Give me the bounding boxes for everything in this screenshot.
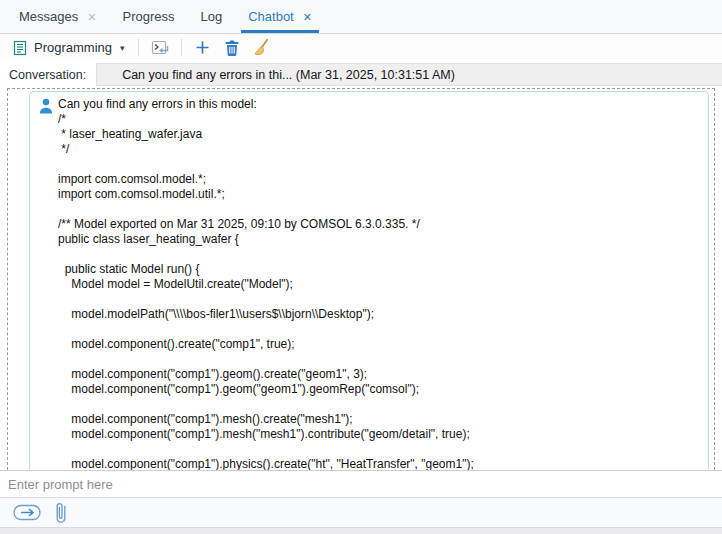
tab-label: Log: [201, 9, 223, 24]
chevron-down-icon: ▾: [120, 43, 125, 53]
code-line: [58, 292, 708, 307]
code-line: import com.comsol.model.util.*;: [58, 187, 708, 202]
user-message: Can you find any errors in this model:/*…: [29, 91, 709, 470]
conversation-selected-value: Can you find any errors in thi... (Mar 3…: [122, 68, 455, 82]
broom-icon: [253, 39, 269, 56]
prompt-row: [0, 470, 722, 497]
code-line: model.component("comp1").mesh("mesh1").c…: [58, 427, 708, 442]
code-line: [58, 397, 708, 412]
code-line: */: [58, 142, 708, 157]
prompt-actions: [0, 497, 722, 527]
code-line: import com.comsol.model.*;: [58, 172, 708, 187]
conversation-row: Conversation: Can you find any errors in…: [0, 61, 722, 88]
insert-to-editor-button[interactable]: [149, 37, 171, 59]
tab-label: Chatbot: [248, 9, 294, 24]
code-line: public class laser_heating_wafer {: [58, 232, 708, 247]
attach-file-button[interactable]: [54, 501, 68, 525]
close-icon[interactable]: ✕: [87, 12, 96, 23]
clear-conversation-button[interactable]: [250, 37, 272, 59]
trash-icon: [225, 40, 239, 56]
toolbar-separator: [181, 39, 182, 56]
code-line: model.component().create("comp1", true);: [58, 337, 708, 352]
chat-history-panel: Can you find any errors in this model:/*…: [7, 88, 715, 470]
code-line: Model model = ModelUtil.create("Model");: [58, 277, 708, 292]
code-line: [58, 157, 708, 172]
code-line: [58, 322, 708, 337]
code-line: /*: [58, 112, 708, 127]
tab-chatbot[interactable]: Chatbot ✕: [235, 0, 325, 33]
close-icon[interactable]: ✕: [303, 12, 312, 23]
plus-icon: [195, 40, 210, 55]
prompt-input[interactable]: [0, 471, 722, 497]
tab-progress[interactable]: Progress: [109, 0, 187, 33]
conversation-label: Conversation:: [0, 68, 96, 82]
user-avatar-icon: [38, 98, 54, 114]
toolbar-separator: [138, 39, 139, 56]
code-line: [58, 247, 708, 262]
code-line: model.component("comp1").geom().create("…: [58, 367, 708, 382]
delete-conversation-button[interactable]: [221, 37, 243, 59]
code-line: model.component("comp1").mesh().create("…: [58, 412, 708, 427]
tab-bar: Messages ✕ Progress Log Chatbot ✕: [0, 0, 722, 34]
chatbot-toolbar: Programming ▾: [0, 34, 722, 61]
bottom-strip: [0, 527, 722, 534]
script-icon: [12, 40, 28, 56]
code-line: [58, 202, 708, 217]
code-line: public static Model run() {: [58, 262, 708, 277]
console-arrow-icon: [151, 40, 169, 56]
send-button[interactable]: [13, 504, 41, 521]
programming-dropdown-label: Programming: [34, 40, 112, 55]
code-line: model.component("comp1").geom("geom1").g…: [58, 382, 708, 397]
new-conversation-button[interactable]: [192, 37, 214, 59]
tab-label: Progress: [122, 9, 174, 24]
code-line: * laser_heating_wafer.java: [58, 127, 708, 142]
code-line: /** Model exported on Mar 31 2025, 09:10…: [58, 217, 708, 232]
code-line: Can you find any errors in this model:: [58, 97, 708, 112]
tab-messages[interactable]: Messages ✕: [6, 0, 109, 33]
code-line: model.component("comp1").physics().creat…: [58, 457, 708, 470]
code-line: [58, 442, 708, 457]
conversation-select[interactable]: Can you find any errors in thi... (Mar 3…: [96, 63, 722, 86]
code-line: model.modelPath("\\\\bos-filer1\\users$\…: [58, 307, 708, 322]
tab-log[interactable]: Log: [188, 0, 236, 33]
tab-label: Messages: [19, 9, 78, 24]
code-line: [58, 352, 708, 367]
programming-dropdown[interactable]: Programming ▾: [9, 38, 128, 58]
message-text: Can you find any errors in this model:/*…: [58, 92, 708, 470]
